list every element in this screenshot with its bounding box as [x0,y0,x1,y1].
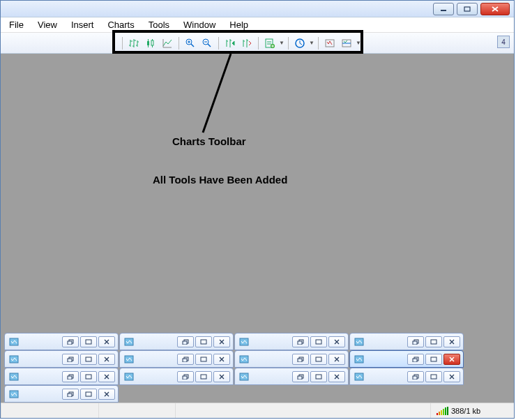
svg-rect-19 [86,375,91,379]
svg-rect-51 [86,340,91,344]
auto-scroll-icon[interactable] [222,36,238,51]
svg-rect-27 [316,375,321,379]
menu-insert[interactable]: Insert [71,20,94,30]
line-chart-icon[interactable] [160,36,175,51]
child-maximize-button[interactable] [310,371,327,382]
menu-file[interactable]: File [9,20,24,30]
svg-rect-58 [298,341,302,345]
child-close-button[interactable] [213,354,230,365]
chart-window-icon [8,354,20,364]
child-maximize-button[interactable] [310,354,327,365]
child-maximize-button[interactable] [195,354,212,365]
minimized-chart-window[interactable] [4,385,119,403]
periodicity-icon[interactable] [292,36,308,51]
child-restore-button[interactable] [407,371,424,382]
separator-icon [218,37,219,50]
child-restore-button[interactable] [62,336,79,347]
child-restore-button[interactable] [62,371,79,382]
child-close-button[interactable] [98,336,115,347]
child-maximize-button[interactable] [195,371,212,382]
candlestick-icon[interactable] [143,36,158,51]
minimized-child-windows [4,333,510,403]
child-maximize-button[interactable] [425,354,442,365]
minimized-chart-window[interactable] [234,350,349,368]
child-close-button[interactable] [443,354,460,365]
child-maximize-button[interactable] [425,336,442,347]
child-maximize-button[interactable] [80,354,97,365]
minimize-button[interactable] [433,3,454,15]
child-close-button[interactable] [213,371,230,382]
menu-tools[interactable]: Tools [149,20,169,30]
minimized-chart-window[interactable] [4,333,119,350]
child-maximize-button[interactable] [195,336,212,347]
svg-rect-62 [413,341,417,345]
chart-window-icon [238,337,250,347]
child-maximize-button[interactable] [310,336,327,347]
minimized-chart-window[interactable] [234,368,349,385]
child-restore-button[interactable] [292,371,309,382]
connection-speed: 388/1 kb [451,407,480,415]
menu-view[interactable]: View [38,20,57,30]
child-close-button[interactable] [328,371,345,382]
svg-rect-54 [183,341,187,345]
minimized-chart-window[interactable] [119,368,234,385]
charts-toolbar: ▼ ▼ ▼ [1,33,514,54]
menu-help[interactable]: Help [229,20,248,30]
menu-bar: File View Insert Charts Tools Window Hel… [1,17,514,33]
child-maximize-button[interactable] [80,389,97,400]
svg-line-11 [203,54,231,133]
child-close-button[interactable] [98,354,115,365]
child-restore-button[interactable] [177,336,194,347]
templates-icon[interactable] [322,36,337,51]
child-close-button[interactable] [328,354,345,365]
notification-badge[interactable]: 4 [497,36,510,48]
child-restore-button[interactable] [177,371,194,382]
child-close-button[interactable] [213,336,230,347]
child-close-button[interactable] [443,336,460,347]
minimized-chart-window[interactable] [349,350,464,368]
close-button[interactable] [480,3,510,15]
child-restore-button[interactable] [407,336,424,347]
minimized-chart-window[interactable] [234,333,349,350]
child-maximize-button[interactable] [80,336,97,347]
chart-window-icon [238,372,250,382]
child-close-button[interactable] [443,371,460,382]
zoom-in-icon[interactable] [183,36,198,51]
minimized-chart-window[interactable] [4,350,119,368]
svg-rect-15 [86,392,91,396]
child-close-button[interactable] [328,336,345,347]
svg-rect-59 [316,340,321,344]
shift-end-icon[interactable] [339,36,354,51]
menu-charts[interactable]: Charts [107,20,134,30]
svg-rect-0 [441,10,446,11]
menu-window[interactable]: Window [183,20,215,30]
shift-end-dropdown[interactable]: ▼ [355,36,362,51]
indicators-icon[interactable] [262,36,278,51]
child-restore-button[interactable] [292,336,309,347]
zoom-out-icon[interactable] [199,36,215,51]
separator-icon [288,37,289,50]
periodicity-dropdown[interactable]: ▼ [308,36,315,51]
child-restore-button[interactable] [62,389,79,400]
child-restore-button[interactable] [62,354,79,365]
minimized-chart-window[interactable] [349,368,464,385]
minimized-chart-window[interactable] [349,333,464,350]
indicators-dropdown[interactable]: ▼ [278,36,285,51]
annotation-label-1: Charts Toolbar [172,135,246,147]
minimized-chart-window[interactable] [119,333,234,350]
minimized-chart-window[interactable] [4,368,119,385]
svg-rect-35 [86,357,91,361]
chart-shift-icon[interactable] [239,36,255,51]
child-maximize-button[interactable] [425,371,442,382]
svg-rect-22 [183,376,187,380]
child-maximize-button[interactable] [80,371,97,382]
bar-chart-icon[interactable] [126,36,142,51]
child-close-button[interactable] [98,389,115,400]
child-restore-button[interactable] [177,354,194,365]
child-restore-button[interactable] [407,354,424,365]
child-restore-button[interactable] [292,354,309,365]
maximize-button[interactable] [457,3,478,15]
minimized-chart-window[interactable] [119,350,234,368]
child-close-button[interactable] [98,371,115,382]
chart-window-icon [238,354,250,364]
